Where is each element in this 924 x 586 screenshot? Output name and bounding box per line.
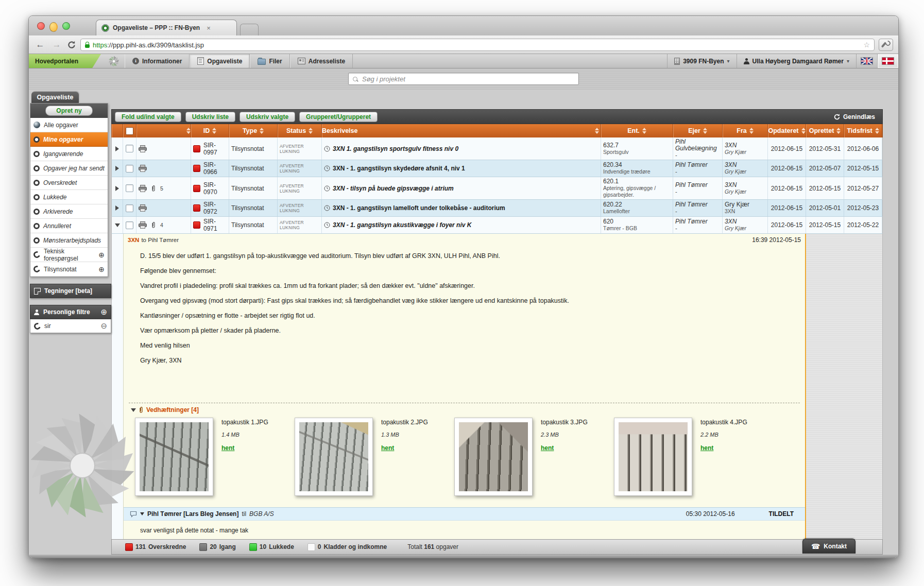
col-fra[interactable]: Fra <box>723 124 768 137</box>
col-status[interactable]: Status <box>278 124 322 137</box>
contact-button[interactable]: ☎ Kontakt <box>802 539 855 554</box>
sort-icon[interactable] <box>749 128 754 134</box>
select-all-checkbox[interactable] <box>126 127 133 135</box>
reload-icon[interactable] <box>67 40 76 49</box>
col-opdateret[interactable]: Opdateret <box>768 124 806 137</box>
sort-icon[interactable] <box>212 128 216 134</box>
download-link[interactable]: hent <box>381 444 394 452</box>
download-link[interactable]: hent <box>700 444 713 452</box>
print-icon[interactable] <box>139 165 147 172</box>
col-ent[interactable]: Ent. <box>601 124 673 137</box>
col-select-all[interactable] <box>123 124 136 137</box>
sort-icon[interactable] <box>875 128 879 134</box>
nav-tab-informationer[interactable]: i Informationer <box>125 54 190 68</box>
grouped-toggle-button[interactable]: Grupperet/Ugrupperet <box>299 112 378 122</box>
sidebar-filter-sir[interactable]: sir ⊖ <box>30 319 111 333</box>
sort-icon[interactable] <box>595 128 599 134</box>
reload-tasks[interactable]: Genindlæs <box>833 113 879 120</box>
search-input[interactable] <box>361 75 574 83</box>
zoom-window-button[interactable] <box>62 22 70 30</box>
download-link[interactable]: hent <box>541 444 554 452</box>
print-icon[interactable] <box>139 204 147 212</box>
language-english[interactable] <box>856 54 877 68</box>
sidebar-tegninger[interactable]: Tegninger [beta] <box>30 284 111 298</box>
table-row[interactable]: SIR-0966 Tilsynsnotat AFVENTER LUKNING 3… <box>111 160 883 177</box>
print-selected-button[interactable]: Udskriv valgte <box>239 112 295 122</box>
sidebar-tab-opgaveliste[interactable]: Opgaveliste <box>31 92 79 103</box>
bookmark-star-icon[interactable]: ☆ <box>863 41 870 49</box>
table-row[interactable]: SIR-0997 Tilsynsnotat AFVENTER LUKNING 3… <box>111 137 883 160</box>
tab-close-icon[interactable]: × <box>207 24 211 32</box>
sort-icon[interactable] <box>309 128 313 134</box>
sidebar-item-alle-opgaver[interactable]: Alle opgaver <box>30 118 108 132</box>
forward-icon[interactable]: → <box>50 39 63 50</box>
browser-menu-wrench-icon[interactable] <box>879 39 893 51</box>
col-type[interactable]: Type <box>229 124 278 137</box>
sidebar-item-moensterarbejdsplads[interactable]: Mønsterarbejdsplads <box>30 233 108 248</box>
expand-icon[interactable] <box>115 166 119 171</box>
sidebar-item-mine-opgaver[interactable]: Mine opgaver <box>30 132 108 147</box>
sort-icon[interactable] <box>801 128 806 134</box>
expand-icon[interactable] <box>115 205 119 211</box>
sidebar-item-annulleret[interactable]: Annulleret <box>30 219 108 233</box>
sidebar-item-lukkede[interactable]: Lukkede <box>30 190 108 204</box>
attachment-thumbnail[interactable] <box>454 418 533 496</box>
sort-icon[interactable] <box>703 128 707 134</box>
row-checkbox[interactable] <box>126 184 133 192</box>
project-selector[interactable]: 3909 FN-Byen ▾ <box>667 54 736 68</box>
collapse-icon[interactable] <box>115 223 120 227</box>
expand-icon[interactable] <box>115 146 119 151</box>
col-oprettet[interactable]: Oprettet <box>806 124 844 137</box>
fold-selected-button[interactable]: Fold ud/ind valgte <box>115 112 181 122</box>
table-row[interactable]: 5 SIR-0970 Tilsynsnotat AFVENTER LUKNING… <box>111 177 883 200</box>
minimize-window-button[interactable] <box>49 22 58 32</box>
sidebar-item-igangvaerende[interactable]: Igangværende <box>30 147 108 161</box>
url-bar[interactable]: https://ppp.pihl-as.dk/3909/tasklist.jsp… <box>80 39 875 51</box>
col-beskrivelse[interactable]: Beskrivelse <box>322 124 601 137</box>
nav-tab-opgaveliste[interactable]: Opgaveliste <box>190 54 250 68</box>
add-filter-icon[interactable]: ⊕ <box>98 265 105 273</box>
attachment-thumbnail[interactable] <box>135 418 213 496</box>
sort-icon[interactable] <box>836 128 841 134</box>
sidebar-personlige-filtre[interactable]: Personlige filtre ⊕ <box>30 305 111 319</box>
user-menu[interactable]: Ulla Høyberg Damgaard Rømer ▾ <box>737 54 856 68</box>
col-ejer[interactable]: Ejer <box>673 124 723 137</box>
sidebar-item-opgaver-jeg-har-sendt[interactable]: Opgaver jeg har sendt <box>30 161 108 176</box>
col-tidsfrist[interactable]: Tidsfrist <box>844 124 882 137</box>
sidebar-item-teknisk-foresporgsel[interactable]: Teknisk forespørgsel ⊕ <box>30 248 108 262</box>
sidebar-item-overskredet[interactable]: Overskredet <box>30 176 108 190</box>
add-personal-filter-icon[interactable]: ⊕ <box>100 307 107 317</box>
sort-icon[interactable] <box>642 128 646 134</box>
row-checkbox[interactable] <box>126 165 133 173</box>
close-window-button[interactable] <box>37 22 45 30</box>
row-checkbox[interactable] <box>126 221 133 229</box>
sort-icon[interactable] <box>260 128 264 134</box>
print-icon[interactable] <box>139 221 147 229</box>
col-id[interactable]: ID <box>191 124 229 137</box>
row-checkbox[interactable] <box>126 145 133 152</box>
nav-tab-filer[interactable]: Filer <box>250 54 289 68</box>
browser-tab[interactable]: Opgaveliste – PPP :: FN-Byen × <box>96 20 237 36</box>
language-danish[interactable] <box>877 54 898 68</box>
attachments-header[interactable]: Vedhæftninger [4] <box>131 406 800 413</box>
reply-header[interactable]: Pihl Tømrer [Lars Bleg Jensen] til BGB A… <box>124 507 805 521</box>
table-row-expanded[interactable]: 4 SIR-0971 Tilsynsnotat AFVENTER LUKNING… <box>111 217 883 234</box>
download-link[interactable]: hent <box>221 444 234 452</box>
print-list-button[interactable]: Udskriv liste <box>185 112 235 122</box>
search-box[interactable] <box>348 73 579 85</box>
sidebar-item-arkiverede[interactable]: Arkiverede <box>30 204 108 219</box>
print-icon[interactable] <box>139 145 147 152</box>
expand-icon[interactable] <box>115 186 119 191</box>
sidebar-item-tilsynsnotat[interactable]: Tilsynsnotat ⊕ <box>30 262 108 277</box>
nav-tab-adresseliste[interactable]: Adresseliste <box>290 54 353 68</box>
attachment-thumbnail[interactable] <box>614 418 692 496</box>
row-checkbox[interactable] <box>126 204 133 212</box>
remove-filter-icon[interactable]: ⊖ <box>100 321 107 331</box>
create-new-button[interactable]: Opret ny <box>45 106 92 116</box>
sort-icon[interactable] <box>186 128 191 134</box>
table-row[interactable]: SIR-0972 Tilsynsnotat AFVENTER LUKNING 3… <box>111 200 883 217</box>
attachment-thumbnail[interactable] <box>295 418 373 496</box>
back-icon[interactable]: ← <box>34 39 46 50</box>
add-filter-icon[interactable]: ⊕ <box>98 251 105 259</box>
nav-hovedportalen[interactable]: Hovedportalen <box>29 54 101 68</box>
